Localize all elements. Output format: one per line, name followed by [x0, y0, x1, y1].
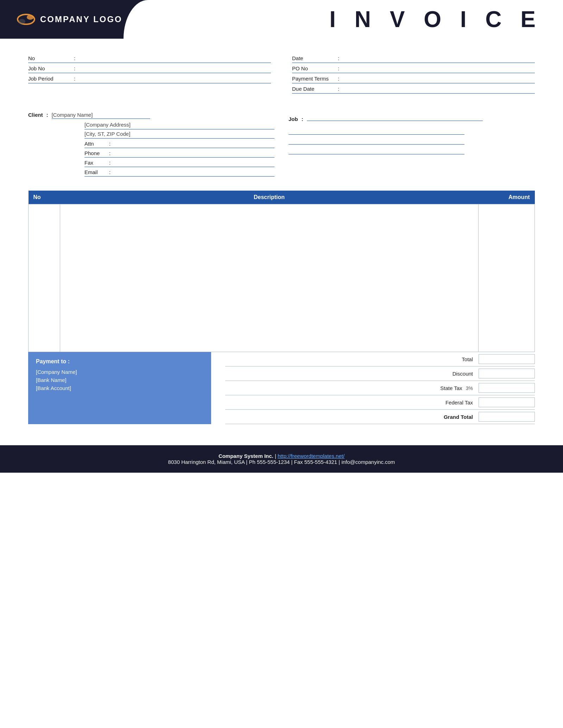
- client-email-value: [113, 169, 274, 175]
- job-field-2: [289, 135, 464, 145]
- total-value-grandtotal: [479, 412, 535, 422]
- footer-company: Company System Inc.: [219, 453, 273, 459]
- footer: Company System Inc. | http://freewordtem…: [0, 445, 563, 473]
- table-header: No Description Amount: [29, 191, 535, 204]
- client-company-name: [Company Name]: [52, 111, 150, 119]
- logo-area: COMPANY LOGO: [0, 0, 148, 39]
- job-header-row: Job :: [289, 111, 535, 122]
- invoice-title-area: I N V O I C E: [148, 0, 563, 39]
- form-line-date: Date :: [292, 53, 535, 63]
- client-label: Client: [28, 112, 43, 118]
- job-field-3: [289, 145, 464, 154]
- total-label-statetax: State Tax 3%: [415, 385, 479, 391]
- form-value-duedate: [343, 85, 535, 92]
- form-value-payterms: [343, 75, 535, 82]
- total-row-federaltax: Federal Tax: [225, 395, 535, 410]
- payment-col: Payment to : [Company Name] [Bank Name] …: [28, 352, 211, 424]
- form-line-pono: PO No :: [292, 63, 535, 73]
- client-header-row: Client : [Company Name]: [28, 111, 274, 119]
- client-email-line: Email :: [84, 167, 274, 177]
- payment-bank: [Bank Name]: [36, 377, 203, 383]
- th-description: Description: [60, 191, 479, 204]
- client-attn-line: Attn :: [84, 139, 274, 148]
- form-label-no: No: [28, 55, 74, 61]
- job-col: Job :: [274, 111, 535, 177]
- total-label-total: Total: [415, 356, 479, 362]
- client-fax-label: Fax: [84, 160, 109, 166]
- payment-title: Payment to :: [36, 358, 203, 365]
- form-left-col: No : Job No : Job Period :: [28, 53, 271, 94]
- client-city: [City, ST, ZIP Code]: [84, 129, 274, 139]
- total-label-federaltax: Federal Tax: [415, 400, 479, 405]
- job-fields: [289, 125, 535, 154]
- client-job-section: Client : [Company Name] [Company Address…: [0, 101, 563, 184]
- invoice-title: I N V O I C E: [329, 6, 542, 32]
- job-field-1: [289, 125, 464, 135]
- total-label-grandtotal: Grand Total: [415, 414, 479, 420]
- bottom-section: Payment to : [Company Name] [Bank Name] …: [0, 352, 563, 431]
- form-value-date: [343, 55, 535, 61]
- header: COMPANY LOGO I N V O I C E: [0, 0, 563, 39]
- total-row-grandtotal: Grand Total: [225, 410, 535, 424]
- form-section: No : Job No : Job Period : Date :: [0, 39, 563, 101]
- form-value-no: [80, 55, 271, 61]
- client-phone-value: [113, 150, 274, 156]
- form-line-no: No :: [28, 53, 271, 63]
- total-value-federaltax: [479, 397, 535, 407]
- invoice-table: No Description Amount: [28, 191, 535, 352]
- td-row-desc: [60, 204, 479, 352]
- total-value-total: [479, 354, 535, 364]
- table-body: [29, 204, 535, 352]
- footer-website[interactable]: http://freewordtemplates.net/: [278, 453, 344, 459]
- form-value-jobno: [80, 65, 271, 71]
- totals-col: Total Discount State Tax 3% Federal Tax …: [211, 352, 535, 424]
- total-row-total: Total: [225, 352, 535, 366]
- form-line-jobperiod: Job Period :: [28, 73, 271, 83]
- form-value-pono: [343, 65, 535, 71]
- client-email-label: Email: [84, 169, 109, 175]
- footer-sep: |: [275, 453, 278, 459]
- form-label-pono: PO No: [292, 65, 338, 71]
- td-row-amount: [479, 204, 535, 352]
- th-amount: Amount: [479, 191, 535, 204]
- total-row-statetax: State Tax 3%: [225, 381, 535, 395]
- client-sub-fields: [Company Address] [City, ST, ZIP Code] A…: [84, 120, 274, 177]
- total-label-discount: Discount: [415, 371, 479, 377]
- client-phone-label: Phone: [84, 150, 109, 156]
- table-row: [29, 204, 535, 352]
- form-line-jobno: Job No :: [28, 63, 271, 73]
- client-attn-value: [113, 140, 274, 147]
- form-label-payterms: Payment Terms: [292, 76, 338, 82]
- form-row-group: No : Job No : Job Period : Date :: [28, 53, 535, 94]
- logo-text: COMPANY LOGO: [40, 14, 122, 24]
- payment-account: [Bank Account]: [36, 385, 203, 391]
- svg-point-2: [18, 19, 25, 24]
- total-row-discount: Discount: [225, 366, 535, 381]
- logo-icon: [17, 12, 35, 26]
- client-job-row: Client : [Company Name] [Company Address…: [28, 111, 535, 177]
- client-col: Client : [Company Name] [Company Address…: [28, 111, 274, 177]
- form-line-duedate: Due Date :: [292, 83, 535, 94]
- form-right-col: Date : PO No : Payment Terms : Due Date …: [292, 53, 535, 94]
- form-label-date: Date: [292, 55, 338, 61]
- table-section: No Description Amount: [0, 184, 563, 352]
- client-phone-line: Phone :: [84, 148, 274, 158]
- client-fax-line: Fax :: [84, 158, 274, 167]
- svg-point-1: [27, 15, 34, 20]
- client-fax-value: [113, 159, 274, 166]
- total-value-statetax: [479, 383, 535, 393]
- payment-company: [Company Name]: [36, 369, 203, 375]
- td-row-no: [29, 204, 60, 352]
- footer-line1: Company System Inc. | http://freewordtem…: [14, 453, 549, 459]
- client-address: [Company Address]: [84, 120, 274, 129]
- form-label-jobno: Job No: [28, 65, 74, 71]
- form-value-jobperiod: [80, 75, 271, 82]
- form-label-duedate: Due Date: [292, 86, 338, 92]
- total-value-discount: [479, 369, 535, 378]
- form-label-jobperiod: Job Period: [28, 76, 74, 82]
- footer-line2: 8030 Harrington Rd, Miami, USA | Ph 555-…: [14, 459, 549, 465]
- job-field-0: [307, 111, 483, 121]
- client-attn-label: Attn: [84, 141, 109, 147]
- job-label: Job: [289, 116, 298, 122]
- th-no: No: [29, 191, 60, 204]
